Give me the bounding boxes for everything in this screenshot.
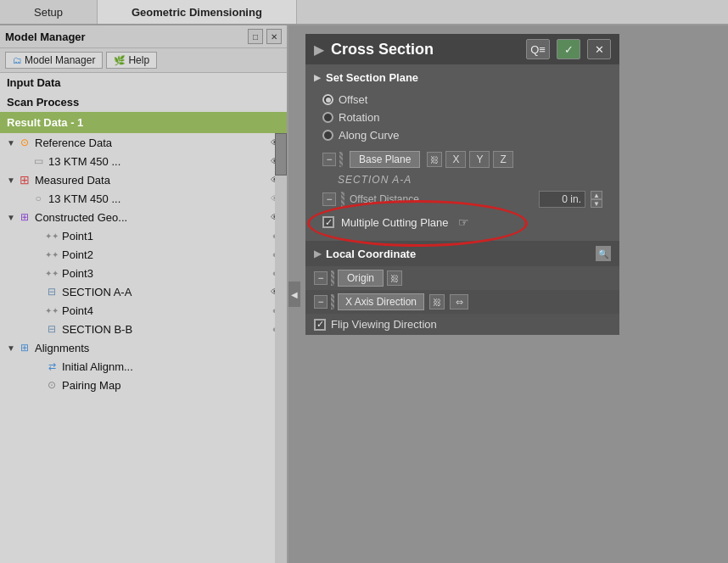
multiple-cutting-plane-row: ✓ Multiple Cutting Plane ☞ (314, 210, 611, 234)
tree-item-section-bb[interactable]: ⊟ SECTION B-B ● (0, 320, 287, 338)
radio-offset-label: Offset (339, 93, 367, 106)
offset-label: Offset Distance (350, 193, 534, 205)
radio-rotation[interactable]: Rotation (314, 109, 611, 126)
tree-item-pairing-map[interactable]: ⊙ Pairing Map (0, 376, 287, 394)
offset-input[interactable] (539, 191, 585, 208)
base-plane-label: Base Plane (359, 153, 411, 165)
scan-process-label: Scan Process (0, 92, 287, 112)
x-axis-stripe-icon (331, 294, 334, 309)
radio-offset[interactable]: Offset (314, 91, 611, 109)
model-manager-header: Model Manager □ ✕ (0, 25, 287, 48)
tree-item-point1[interactable]: ✦✦ Point1 ● (0, 226, 287, 245)
flip-label: Flip Viewing Direction (331, 318, 437, 331)
close-button[interactable]: ✕ (266, 29, 282, 44)
x-axis-button[interactable]: X Axis Direction (338, 293, 424, 310)
x-axis-link-icon: ⛓ (429, 294, 445, 309)
alignments-icon: ⊞ (17, 341, 32, 354)
tree-item-constructed-geo[interactable]: ▼ ⊞ Constructed Geo... 👁 (0, 208, 287, 226)
constructed-geo-icon: ⊞ (17, 210, 32, 224)
tree-item-point4[interactable]: ✦✦ Point4 ● (0, 301, 287, 320)
input-data-label: Input Data (0, 73, 287, 92)
collapse-panel-button[interactable]: ◀ (288, 282, 300, 307)
base-plane-button[interactable]: Base Plane (350, 151, 420, 168)
base-plane-minus-button[interactable]: − (322, 153, 336, 166)
axis-y-button[interactable]: Y (469, 151, 490, 168)
cs-close-button[interactable]: ✕ (587, 39, 611, 59)
set-section-plane-title: ▶ Set Section Plane (314, 71, 611, 84)
tab-setup[interactable]: Setup (0, 0, 98, 24)
tab-model-manager-label: Model Manager (25, 54, 95, 66)
radio-along-curve-label: Along Curve (339, 129, 400, 142)
x-axis-minus-button[interactable]: − (314, 295, 328, 309)
radio-rotation-circle[interactable] (322, 112, 333, 123)
stripe-icon (339, 152, 343, 167)
multi-cut-checkbox[interactable]: ✓ (322, 216, 334, 228)
pairing-map-label: Pairing Map (62, 379, 120, 392)
cs-query-button[interactable]: Q≡ (526, 39, 550, 59)
local-coordinate-title: Local Coordinate (326, 248, 416, 260)
scrollbar-track[interactable] (275, 133, 287, 563)
point3-icon: ✦✦ (44, 266, 59, 280)
arrow-alignments: ▼ (7, 343, 17, 353)
flip-viewing-direction-row: ✓ Flip Viewing Direction (305, 314, 619, 335)
offset-stripe-icon (341, 192, 344, 207)
origin-stripe-icon (331, 270, 334, 286)
tree-item-initial-align[interactable]: ⇄ Initial Alignm... (0, 357, 287, 376)
point1-label: Point1 (62, 230, 93, 242)
origin-minus-button[interactable]: − (314, 271, 328, 285)
result-data-label[interactable]: Result Data - 1 (0, 112, 287, 133)
point4-label: Point4 (62, 304, 93, 317)
origin-button[interactable]: Origin (338, 270, 384, 287)
flip-checkbox[interactable]: ✓ (314, 319, 326, 331)
model-manager-tabs: 🗂 Model Manager 🌿 Help (0, 48, 287, 73)
arrow-measured-data: ▼ (7, 176, 17, 185)
tree-item-section-aa[interactable]: ⊟ SECTION A-A 👁 (0, 282, 287, 301)
ref-child-icon: ▭ (31, 154, 46, 168)
tree-item-measured-data[interactable]: ▼ ⊞ Measured Data 👁 (0, 170, 287, 189)
axis-x-button[interactable]: X (445, 151, 466, 168)
local-coord-search-icon[interactable]: 🔍 (596, 246, 611, 261)
scrollbar-thumb[interactable] (275, 133, 287, 176)
right-panel: ◀ ▶ Cross Section Q≡ ✓ ✕ ▶ (288, 25, 728, 563)
axis-z-button[interactable]: Z (493, 151, 512, 168)
reference-data-label: Reference Data (35, 137, 112, 149)
tree-item-ref-child[interactable]: ▭ 13 KTM 450 ... 👁 (0, 152, 287, 170)
top-tabs: Setup Geometric Dimensioning (0, 0, 728, 25)
radio-along-curve[interactable]: Along Curve (314, 126, 611, 144)
point4-icon: ✦✦ (44, 304, 59, 317)
tree-item-point3[interactable]: ✦✦ Point3 ● (0, 264, 287, 282)
minimize-button[interactable]: □ (248, 29, 263, 44)
radio-rotation-label: Rotation (339, 111, 379, 124)
point2-icon: ✦✦ (44, 248, 59, 261)
tree-item-alignments[interactable]: ▼ ⊞ Alignments (0, 338, 287, 357)
radio-offset-circle[interactable] (322, 94, 333, 105)
tab-model-manager[interactable]: 🗂 Model Manager (5, 52, 103, 69)
arrow-constructed-geo: ▼ (7, 213, 17, 222)
tab-help-label: Help (128, 54, 149, 66)
tree-item-reference-data[interactable]: ▼ ⊙ Reference Data 👁 (0, 133, 287, 152)
main-area: Model Manager □ ✕ 🗂 Model Manager 🌿 Help… (0, 25, 728, 563)
radio-along-curve-circle[interactable] (322, 130, 333, 141)
origin-row: − Origin ⛓ (305, 266, 619, 290)
tree-area: ▼ ⊙ Reference Data 👁 ▭ 13 KTM 450 ... 👁 … (0, 133, 287, 563)
origin-chain-icon: ⛓ (387, 270, 402, 286)
cs-confirm-button[interactable]: ✓ (557, 39, 580, 59)
tab-geo-dim[interactable]: Geometric Dimensioning (98, 0, 297, 24)
offset-minus-button[interactable]: − (322, 192, 336, 206)
tree-item-point2[interactable]: ✦✦ Point2 ● (0, 245, 287, 264)
reference-data-icon: ⊙ (17, 136, 32, 149)
cross-section-title: Cross Section (331, 41, 519, 59)
header-icons: □ ✕ (248, 29, 282, 44)
section-aa-icon: ⊟ (44, 285, 59, 298)
initial-align-icon: ⇄ (44, 360, 59, 373)
tab-help[interactable]: 🌿 Help (106, 52, 157, 69)
local-coordinate-section: ▶ Local Coordinate 🔍 − Origin ⛓ − (305, 241, 619, 335)
point3-label: Point3 (62, 267, 93, 280)
spin-down-button[interactable]: ▼ (591, 199, 602, 208)
spin-up-button[interactable]: ▲ (591, 191, 602, 199)
pairing-map-icon: ⊙ (44, 378, 59, 392)
model-manager-title: Model Manager (5, 31, 86, 43)
tree-item-meas-child[interactable]: ○ 13 KTM 450 ... 👁 (0, 189, 287, 208)
link-icon: ⛓ (427, 152, 442, 167)
constructed-geo-label: Constructed Geo... (35, 211, 127, 224)
